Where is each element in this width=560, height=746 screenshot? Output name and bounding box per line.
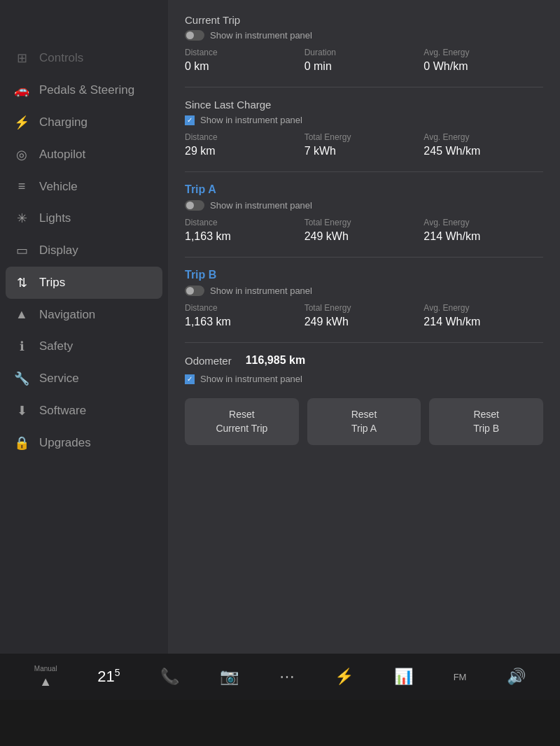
odometer-checkbox[interactable] [185,374,195,384]
odometer-toggle-label: Show in instrument panel [200,374,302,384]
since-last-charge-section: Since Last Charge Show in instrument pan… [185,99,543,157]
trip-a-toggle[interactable] [185,200,204,211]
since-last-charge-stats: Distance 29 km Total Energy 7 kWh Avg. E… [185,132,543,157]
odometer-toggle-row[interactable]: Show in instrument panel [185,374,543,384]
phone-icon: 📞 [160,668,179,686]
current-trip-distance-label: Distance [185,48,304,57]
since-last-charge-toggle-row[interactable]: Show in instrument panel [185,115,543,125]
sidebar-item-vehicle[interactable]: ≡ Vehicle [0,171,168,202]
current-trip-toggle-row[interactable]: Show in instrument panel [185,30,543,41]
sidebar-item-trips[interactable]: ⇅ Trips [6,267,162,299]
bottom-volume[interactable]: 🔊 [507,668,526,686]
bottom-manual: Manual ▲ [34,665,57,689]
since-last-charge-distance-value: 29 km [185,145,304,157]
reset-trip-b-button[interactable]: ResetTrip B [429,398,543,445]
current-trip-stats: Distance 0 km Duration 0 min Avg. Energy… [185,48,543,73]
fm-label: FM [454,672,467,682]
trip-b-section: Trip B Show in instrument panel Distance… [185,269,543,328]
sidebar-item-navigation[interactable]: ▲ Navigation [0,299,168,330]
since-last-charge-avgenergy-col: Avg. Energy 245 Wh/km [424,132,543,157]
upgrades-icon: 🔒 [14,435,29,451]
current-trip-title: Current Trip [185,14,543,26]
autopilot-icon: ◎ [14,147,29,162]
trip-b-avgenergy-col: Avg. Energy 214 Wh/km [424,303,543,328]
bluetooth-icon: ⚡ [335,668,354,686]
sidebar-item-safety[interactable]: ℹ Safety [0,330,168,363]
trip-a-distance-value: 1,163 km [185,230,304,243]
since-last-charge-avgenergy-label: Avg. Energy [424,132,543,142]
since-last-charge-checkbox[interactable] [185,115,195,125]
safety-icon: ℹ [14,339,29,354]
since-last-charge-toggle-label: Show in instrument panel [200,115,302,125]
current-trip-toggle-label: Show in instrument panel [210,30,312,41]
trip-b-toggle[interactable] [185,286,204,296]
trip-b-toggle-row[interactable]: Show in instrument panel [185,286,543,296]
trip-b-energy-col: Total Energy 249 kWh [304,303,424,328]
divider-2 [185,171,543,172]
trip-a-distance-label: Distance [185,218,304,227]
odometer-section: Odometer 116,985 km Show in instrument p… [185,354,543,384]
divider-4 [185,342,543,343]
temperature-value: 215 [97,667,120,686]
divider-3 [185,257,543,258]
since-last-charge-energy-value: 7 kWh [304,145,424,157]
sidebar-item-service[interactable]: 🔧 Service [0,363,168,395]
manual-label: Manual [34,665,57,673]
trip-a-toggle-label: Show in instrument panel [210,200,312,211]
sidebar: ⊞ Controls 🚗 Pedals & Steering ⚡ Chargin… [0,0,168,654]
sidebar-item-lights[interactable]: ✳ Lights [0,202,168,234]
trip-b-avgenergy-value: 214 Wh/km [424,316,543,328]
since-last-charge-title: Since Last Charge [185,99,543,111]
current-trip-section: Current Trip Show in instrument panel Di… [185,14,543,73]
trip-a-energy-label: Total Energy [304,218,424,227]
trip-b-stats: Distance 1,163 km Total Energy 249 kWh A… [185,303,543,328]
camera-icon: 📷 [220,668,239,686]
current-trip-avgenergy-col: Avg. Energy 0 Wh/km [424,48,543,73]
odometer-value: 116,985 km [246,354,305,367]
current-trip-distance-col: Distance 0 km [185,48,304,73]
sidebar-item-autopilot[interactable]: ◎ Autopilot [0,139,168,171]
trip-a-distance-col: Distance 1,163 km [185,218,304,243]
service-icon: 🔧 [14,371,29,386]
trip-b-energy-value: 249 kWh [304,316,424,328]
reset-buttons-row: ResetCurrent Trip ResetTrip A ResetTrip … [185,398,543,445]
controls-icon: ⊞ [14,50,29,66]
trip-b-distance-col: Distance 1,163 km [185,303,304,328]
current-trip-avgenergy-label: Avg. Energy [424,48,543,57]
pedals-icon: 🚗 [14,83,29,98]
sidebar-item-controls[interactable]: ⊞ Controls [0,42,168,74]
volume-icon: 🔊 [507,668,526,686]
odometer-label: Odometer [185,355,232,367]
trip-a-energy-col: Total Energy 249 kWh [304,218,424,243]
bottom-phone[interactable]: 📞 [160,668,179,686]
trip-a-toggle-row[interactable]: Show in instrument panel [185,200,543,211]
bottom-fm[interactable]: FM [454,672,467,682]
since-last-charge-energy-col: Total Energy 7 kWh [304,132,424,157]
since-last-charge-distance-col: Distance 29 km [185,132,304,157]
bottom-bluetooth[interactable]: ⚡ [335,668,354,686]
sidebar-item-upgrades[interactable]: 🔒 Upgrades [0,427,168,459]
bottom-menu[interactable]: ⋯ [279,668,295,686]
bottom-chart[interactable]: 📊 [394,668,413,686]
bottom-temperature[interactable]: 215 [97,667,120,686]
sidebar-item-pedals[interactable]: 🚗 Pedals & Steering [0,74,168,106]
vehicle-icon: ≡ [14,179,29,194]
navigation-icon: ▲ [14,307,29,322]
bottom-camera[interactable]: 📷 [220,668,239,686]
display-icon: ▭ [14,243,29,258]
trip-a-stats: Distance 1,163 km Total Energy 249 kWh A… [185,218,543,243]
trips-icon: ⇅ [14,275,29,290]
current-trip-toggle[interactable] [185,30,204,41]
since-last-charge-energy-label: Total Energy [304,132,424,142]
trip-b-toggle-label: Show in instrument panel [210,286,312,296]
reset-trip-a-button[interactable]: ResetTrip A [307,398,421,445]
sidebar-item-software[interactable]: ⬇ Software [0,395,168,427]
trip-a-energy-value: 249 kWh [304,230,424,243]
reset-current-trip-button[interactable]: ResetCurrent Trip [185,398,299,445]
since-last-charge-avgenergy-value: 245 Wh/km [424,145,543,157]
current-trip-distance-value: 0 km [185,60,304,73]
sidebar-item-charging[interactable]: ⚡ Charging [0,106,168,139]
current-trip-duration-label: Duration [304,48,424,57]
since-last-charge-distance-label: Distance [185,132,304,142]
sidebar-item-display[interactable]: ▭ Display [0,234,168,267]
